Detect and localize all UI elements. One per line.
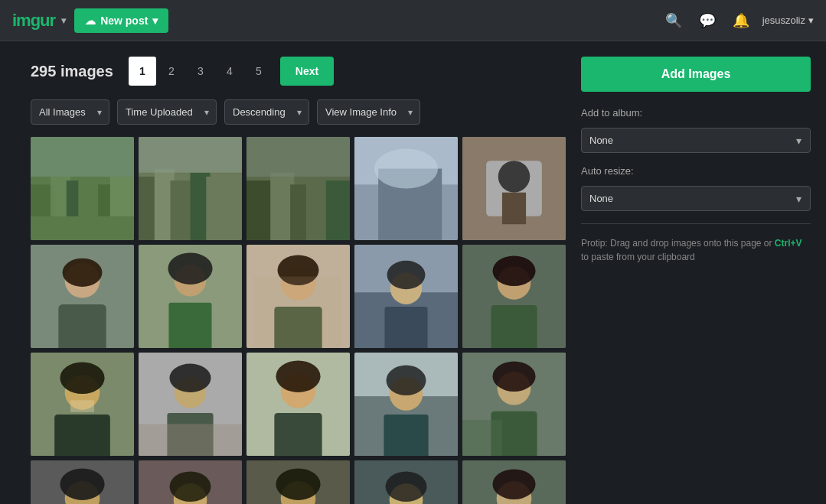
image-item[interactable] [462, 245, 566, 348]
next-button[interactable]: Next [280, 57, 334, 86]
svg-rect-21 [246, 137, 350, 177]
svg-rect-56 [70, 400, 94, 412]
all-images-select[interactable]: All Images [31, 99, 109, 125]
svg-rect-32 [58, 304, 106, 348]
svg-point-60 [170, 364, 211, 392]
svg-point-74 [492, 361, 535, 391]
svg-rect-46 [384, 307, 427, 348]
image-item[interactable] [354, 353, 458, 456]
svg-rect-69 [384, 415, 428, 456]
time-uploaded-select[interactable]: Time Uploaded [117, 99, 217, 125]
svg-point-25 [374, 149, 438, 189]
page-3[interactable]: 3 [187, 57, 214, 86]
image-item[interactable] [31, 353, 134, 456]
svg-rect-13 [206, 177, 230, 240]
sidebar-divider [581, 223, 811, 224]
svg-point-95 [492, 469, 535, 499]
sidebar: Add Images Add to album: None Auto resiz… [581, 57, 811, 504]
descending-select[interactable]: Descending [224, 99, 309, 125]
logo-text: imgur [12, 11, 55, 31]
svg-rect-64 [274, 413, 322, 456]
content-area: 295 images 1 2 3 4 5 Next All Images Tim… [31, 57, 566, 504]
image-item[interactable] [354, 137, 458, 240]
notification-icon[interactable]: 🔔 [729, 8, 753, 33]
svg-rect-54 [54, 415, 110, 456]
main-content: 295 images 1 2 3 4 5 Next All Images Tim… [0, 41, 826, 504]
image-item[interactable] [246, 353, 350, 456]
svg-point-33 [63, 259, 103, 287]
add-to-album-label: Add to album: [581, 107, 642, 119]
image-item[interactable] [31, 245, 134, 348]
svg-rect-14 [139, 137, 242, 173]
image-item[interactable] [246, 137, 350, 240]
page-2[interactable]: 2 [158, 57, 185, 86]
user-dropdown-icon: ▾ [808, 15, 814, 26]
page-5[interactable]: 5 [245, 57, 273, 86]
image-item[interactable] [31, 137, 134, 240]
svg-point-87 [276, 468, 320, 500]
image-grid [31, 137, 566, 504]
view-image-info-select[interactable]: View Image Info [317, 99, 420, 125]
svg-point-51 [492, 256, 535, 286]
svg-rect-7 [31, 137, 134, 177]
svg-point-70 [387, 366, 426, 395]
svg-rect-36 [168, 303, 211, 348]
view-image-info-filter[interactable]: View Image Info [317, 99, 420, 125]
image-item[interactable] [31, 460, 134, 504]
new-post-button[interactable]: ☁ New post ▾ [74, 8, 168, 33]
page-1[interactable]: 1 [129, 57, 156, 86]
svg-rect-75 [462, 420, 502, 456]
auto-resize-select-wrapper[interactable]: None [581, 186, 811, 211]
svg-point-91 [386, 472, 427, 502]
auto-resize-section: Auto resize: None [581, 165, 811, 211]
auto-resize-select[interactable]: None [581, 186, 811, 211]
images-count: 295 images [31, 63, 113, 80]
svg-point-28 [498, 161, 531, 193]
search-icon[interactable]: 🔍 [661, 8, 686, 33]
auto-resize-label: Auto resize: [581, 165, 634, 177]
logo[interactable]: imgur ▾ [12, 11, 65, 31]
svg-rect-6 [110, 177, 134, 216]
header: imgur ▾ ☁ New post ▾ 🔍 💬 🔔 jesuszoliz ▾ [0, 0, 826, 41]
svg-point-79 [60, 468, 104, 500]
svg-point-55 [60, 362, 104, 394]
image-item[interactable] [462, 137, 566, 240]
image-item[interactable] [354, 245, 458, 348]
user-menu[interactable]: jesuszoliz ▾ [762, 15, 814, 26]
filters-bar: All Images Time Uploaded Descending View… [31, 99, 566, 125]
chat-icon[interactable]: 💬 [695, 8, 720, 33]
logo-dropdown-icon[interactable]: ▾ [61, 15, 65, 26]
svg-rect-29 [502, 193, 526, 225]
svg-point-47 [387, 261, 426, 289]
image-item[interactable] [354, 460, 458, 504]
svg-point-37 [168, 252, 212, 285]
new-post-dropdown-icon: ▾ [152, 15, 158, 27]
add-to-album-section: Add to album: None [581, 107, 811, 153]
svg-rect-16 [246, 180, 274, 240]
image-item[interactable] [139, 353, 242, 456]
image-item[interactable] [462, 353, 566, 456]
page-4[interactable]: 4 [216, 57, 243, 86]
image-item[interactable] [139, 137, 242, 240]
descending-filter[interactable]: Descending [224, 99, 309, 125]
svg-point-65 [276, 360, 320, 392]
cloud-upload-icon: ☁ [85, 15, 96, 27]
image-item[interactable] [462, 460, 566, 504]
svg-rect-61 [139, 424, 242, 456]
add-to-album-select[interactable]: None [581, 128, 811, 153]
image-item[interactable] [246, 245, 350, 348]
image-item[interactable] [246, 460, 350, 504]
image-item[interactable] [139, 460, 242, 504]
svg-rect-50 [491, 305, 537, 348]
top-bar: 295 images 1 2 3 4 5 Next [31, 57, 566, 86]
svg-rect-42 [254, 277, 341, 348]
pagination: 1 2 3 4 5 [129, 57, 273, 86]
all-images-filter[interactable]: All Images [31, 99, 109, 125]
image-item[interactable] [139, 245, 242, 348]
svg-point-83 [170, 472, 211, 502]
add-images-button[interactable]: Add Images [581, 57, 811, 92]
add-to-album-select-wrapper[interactable]: None [581, 128, 811, 153]
protip-text: Protip: Drag and drop images onto this p… [581, 236, 811, 264]
svg-rect-20 [326, 180, 350, 240]
time-uploaded-filter[interactable]: Time Uploaded [117, 99, 217, 125]
